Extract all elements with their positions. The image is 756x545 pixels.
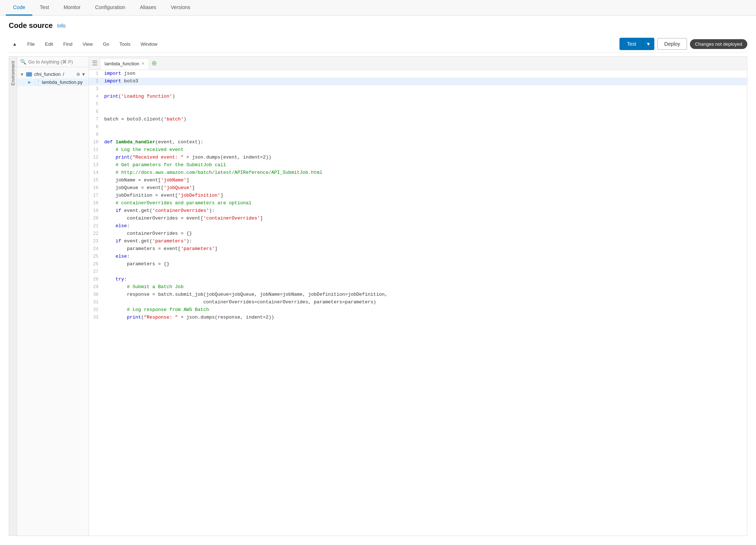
line-content: import boto3 [104, 78, 747, 85]
sidebar-inner: Environment 🔍 ▼ cfni_fun [9, 57, 89, 536]
folder-item[interactable]: ▼ cfni_function / [20, 71, 64, 77]
view-menu[interactable]: View [79, 40, 97, 49]
info-link[interactable]: Info [57, 23, 65, 29]
tab-monitor[interactable]: Monitor [56, 0, 88, 16]
code-line: 28 try: [89, 276, 747, 283]
page-title: Code source [9, 21, 53, 30]
search-bar: 🔍 [17, 57, 89, 67]
environment-label: Environment [10, 60, 16, 87]
sidebar: Environment 🔍 ▼ cfni_fun [9, 57, 89, 536]
line-content: batch = boto3.client('batch') [104, 116, 747, 123]
code-line: 9 [89, 131, 747, 139]
code-line: 3 [89, 85, 747, 93]
deploy-button[interactable]: Deploy [657, 38, 687, 50]
folder-gear-icon[interactable]: ⚙ ▼ [76, 72, 86, 77]
collapse-button[interactable]: ▲ [9, 40, 21, 49]
line-content: jobQueue = event['jobQueue'] [104, 184, 747, 192]
search-input[interactable] [28, 59, 86, 65]
edit-menu[interactable]: Edit [41, 40, 57, 49]
line-number: 15 [89, 177, 104, 184]
code-line: 1import json [89, 70, 747, 78]
line-number: 3 [89, 85, 104, 93]
folder-sep: / [63, 71, 64, 77]
line-content: # Log response from AWS Batch [104, 306, 747, 314]
editor-tab-lambda[interactable]: lambda_function ✕ [100, 58, 149, 70]
code-line: 5 [89, 101, 747, 108]
folder-chevron: ▼ [20, 72, 24, 77]
line-content: if event.get('containerOverrides'): [104, 207, 747, 215]
line-number: 7 [89, 116, 104, 123]
line-number: 28 [89, 276, 104, 283]
line-number: 30 [89, 291, 104, 298]
test-dropdown-button[interactable]: ▼ [643, 38, 654, 49]
line-number: 24 [89, 245, 104, 253]
line-content: def lambda_handler(event, context): [104, 139, 747, 146]
code-line: 2import boto3 [89, 78, 747, 85]
line-number: 9 [89, 131, 104, 138]
line-number: 22 [89, 230, 104, 237]
code-line: 23 if event.get('parameters'): [89, 238, 747, 245]
line-content: # containerOverrides and parameters are … [104, 200, 747, 207]
line-number: 1 [89, 70, 104, 77]
code-line: 4print('Loading function') [89, 93, 747, 101]
window-menu[interactable]: Window [137, 40, 161, 49]
file-item[interactable]: ► 📄 lambda_function.py [17, 78, 89, 86]
test-button[interactable]: Test [620, 38, 643, 49]
code-line: 33 print("Response: " + json.dumps(respo… [89, 314, 747, 321]
line-number: 18 [89, 200, 104, 207]
folder-row: ▼ cfni_function / ⚙ ▼ [17, 70, 89, 78]
code-line: 31 containerOverrides=containerOverrides… [89, 299, 747, 306]
line-content: else: [104, 222, 747, 230]
file-menu[interactable]: File [24, 40, 38, 49]
code-line: 26 parameters = {} [89, 261, 747, 268]
tab-configuration[interactable]: Configuration [88, 0, 133, 16]
find-menu[interactable]: Find [60, 40, 76, 49]
line-content: import json [104, 70, 747, 78]
code-line: 13 # Get parameters for the SubmitJob ca… [89, 161, 747, 169]
line-content: else: [104, 253, 747, 261]
code-line: 15 jobName = event['jobName'] [89, 177, 747, 184]
tools-menu[interactable]: Tools [116, 40, 134, 49]
line-content: parameters = {} [104, 261, 747, 268]
line-number: 4 [89, 93, 104, 100]
section-header: Code source Info [9, 21, 747, 30]
not-deployed-badge: Changes not deployed [690, 39, 747, 49]
line-content: # Submit a Batch Job [104, 283, 747, 291]
code-line: 32 # Log response from AWS Batch [89, 306, 747, 314]
code-line: 18 # containerOverrides and parameters a… [89, 200, 747, 207]
folder-icon [26, 72, 32, 77]
tab-versions[interactable]: Versions [163, 0, 198, 16]
go-menu[interactable]: Go [99, 40, 113, 49]
line-number: 16 [89, 184, 104, 192]
code-line: 29 # Submit a Batch Job [89, 283, 747, 291]
editor-pane-icon: ☰ [92, 59, 98, 67]
line-number: 29 [89, 283, 104, 291]
line-content: try: [104, 276, 747, 283]
line-content: print("Received event: " + json.dumps(ev… [104, 154, 747, 161]
environment-tab[interactable]: Environment [9, 57, 17, 536]
tab-test[interactable]: Test [32, 0, 56, 16]
tab-close-button[interactable]: ✕ [141, 61, 145, 66]
code-line: 21 else: [89, 222, 747, 230]
line-number: 17 [89, 192, 104, 199]
tab-aliases[interactable]: Aliases [133, 0, 163, 16]
add-tab-button[interactable]: ⊕ [151, 59, 157, 67]
tab-code[interactable]: Code [6, 0, 32, 16]
code-line: 10def lambda_handler(event, context): [89, 139, 747, 146]
code-line: 14 # http://docs.aws.amazon.com/batch/la… [89, 169, 747, 177]
line-content: jobDefinition = event['jobDefinition'] [104, 192, 747, 200]
line-content: containerOverrides=containerOverrides, p… [104, 299, 747, 306]
editor-area: ☰ lambda_function ✕ ⊕ 1import json2impor… [89, 57, 747, 536]
code-editor[interactable]: 1import json2import boto334print('Loadin… [89, 70, 747, 536]
editor-tab-label: lambda_function [105, 61, 139, 66]
file-name: lambda_function.py [42, 79, 83, 85]
code-line: 30 response = batch.submit_job(jobQueue=… [89, 291, 747, 299]
code-line: 16 jobQueue = event['jobQueue'] [89, 184, 747, 192]
line-content: jobName = event['jobName'] [104, 177, 747, 184]
line-content: response = batch.submit_job(jobQueue=job… [104, 291, 747, 299]
line-content: print('Loading function') [104, 93, 747, 101]
ide-container: Environment 🔍 ▼ cfni_fun [9, 56, 747, 536]
folder-name: cfni_function [34, 71, 61, 77]
line-number: 14 [89, 169, 104, 176]
code-line: 19 if event.get('containerOverrides'): [89, 207, 747, 215]
